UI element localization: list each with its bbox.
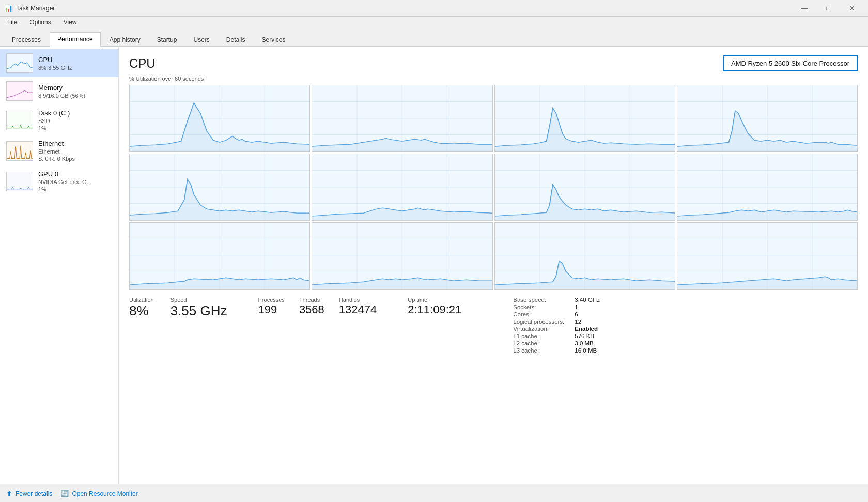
cpu-graph-8 (677, 154, 858, 221)
sidebar-item-gpu[interactable]: GPU 0 NVIDIA GeForce G... 1% (0, 166, 118, 196)
virt-label: Virtualization: (513, 326, 564, 332)
tab-services[interactable]: Services (254, 33, 293, 47)
l3-label: L3 cache: (513, 347, 564, 354)
app-title: Task Manager (16, 5, 55, 12)
utilization-label: % Utilization over 60 seconds (129, 75, 858, 82)
cpu-graph-6 (312, 154, 492, 221)
svg-rect-4 (7, 172, 33, 191)
close-button[interactable]: ✕ (840, 0, 864, 17)
disk-sidebar-name: Disk 0 (C:) (38, 109, 112, 117)
tab-bar: Processes Performance App history Startu… (0, 28, 868, 47)
sidebar-item-disk[interactable]: Disk 0 (C:) SSD 1% (0, 105, 118, 135)
disk-sidebar-sub1: SSD (38, 118, 112, 124)
menu-options[interactable]: Options (26, 18, 54, 27)
cpu-graph-10 (312, 222, 492, 290)
menu-view[interactable]: View (60, 18, 80, 27)
handles-stat-value: 132474 (339, 303, 377, 316)
threads-stat-label: Threads (299, 297, 324, 303)
tab-startup[interactable]: Startup (149, 33, 185, 47)
processor-badge: AMD Ryzen 5 2600 Six-Core Processor (723, 55, 858, 71)
cpu-sidebar-info: CPU 8% 3.55 GHz (38, 56, 112, 71)
disk-thumbnail (6, 111, 33, 130)
cores-label: Cores: (513, 311, 564, 317)
l1-label: L1 cache: (513, 333, 564, 339)
stats-section: Utilization 8% Speed 3.55 GHz Processes … (129, 297, 858, 354)
gpu-sidebar-sub2: 1% (38, 186, 112, 192)
gpu-thumbnail (6, 172, 33, 191)
sidebar-item-memory[interactable]: Memory 8.9/16.0 GB (56%) (0, 77, 118, 105)
ethernet-thumbnail (6, 141, 33, 161)
main-content: CPU 8% 3.55 GHz Memory 8.9/16.0 GB (56%) (0, 47, 868, 484)
stat-uptime: Up time 2:11:09:21 (408, 297, 461, 316)
handles-stat-label: Handles (339, 297, 377, 303)
tab-users[interactable]: Users (185, 33, 217, 47)
speed-stat-label: Speed (171, 297, 227, 303)
cpu-graph-1 (129, 85, 310, 152)
app-icon: 📊 (4, 4, 13, 12)
sidebar: CPU 8% 3.55 GHz Memory 8.9/16.0 GB (56%) (0, 47, 119, 484)
resource-monitor-icon: 🔄 (60, 490, 69, 497)
l1-value: 576 KB (575, 333, 600, 339)
cpu-graph-5 (129, 154, 310, 221)
bottombar: ⬆ Fewer details 🔄 Open Resource Monitor (0, 484, 868, 502)
threads-stat-value: 3568 (299, 303, 324, 316)
logical-label: Logical processors: (513, 318, 564, 325)
base-speed-label: Base speed: (513, 297, 564, 303)
stat-threads: Threads 3568 (299, 297, 324, 316)
sidebar-item-ethernet[interactable]: Ethernet Ethernet S: 0 R: 0 Kbps (0, 135, 118, 166)
fewer-details-button[interactable]: ⬆ Fewer details (6, 490, 52, 498)
fewer-details-label: Fewer details (16, 490, 52, 497)
tab-performance[interactable]: Performance (50, 32, 101, 47)
processes-stat-label: Processes (258, 297, 285, 303)
cpu-graph-2 (312, 85, 492, 152)
stats-left: Utilization 8% Speed 3.55 GHz (129, 297, 227, 319)
memory-sidebar-name: Memory (38, 84, 112, 92)
cpu-title: CPU (129, 56, 156, 71)
menu-file[interactable]: File (4, 18, 20, 27)
chevron-up-icon: ⬆ (6, 490, 12, 498)
gpu-sidebar-info: GPU 0 NVIDIA GeForce G... 1% (38, 170, 112, 192)
tab-processes[interactable]: Processes (4, 33, 49, 47)
ethernet-sidebar-sub2: S: 0 R: 0 Kbps (38, 156, 112, 162)
sockets-label: Sockets: (513, 304, 564, 310)
sidebar-item-cpu[interactable]: CPU 8% 3.55 GHz (0, 49, 118, 77)
cpu-graph-12 (677, 222, 858, 290)
minimize-button[interactable]: — (793, 0, 816, 17)
uptime-stat-label: Up time (408, 297, 461, 303)
cpu-graph-11 (494, 222, 675, 290)
disk-sidebar-sub2: 1% (38, 125, 112, 131)
speed-stat-value: 3.55 GHz (171, 303, 227, 319)
open-resource-monitor-label: Open Resource Monitor (72, 490, 137, 497)
svg-rect-1 (7, 82, 33, 101)
memory-sidebar-info: Memory 8.9/16.0 GB (56%) (38, 84, 112, 99)
stat-utilization: Utilization 8% (129, 297, 154, 319)
ethernet-sidebar-info: Ethernet Ethernet S: 0 R: 0 Kbps (38, 140, 112, 162)
l2-value: 3.0 MB (575, 340, 600, 346)
processes-stat-value: 199 (258, 303, 285, 316)
cpu-thumbnail (6, 53, 33, 73)
cpu-graph-4 (677, 85, 858, 152)
titlebar-controls: — □ ✕ (793, 0, 864, 17)
cpu-graphs-grid (129, 85, 858, 290)
maximize-button[interactable]: □ (816, 0, 840, 17)
uptime-stat-value: 2:11:09:21 (408, 303, 461, 316)
titlebar-left: 📊 Task Manager (4, 4, 55, 12)
stat-processes: Processes 199 (258, 297, 285, 316)
memory-sidebar-sub: 8.9/16.0 GB (56%) (38, 93, 112, 99)
ethernet-sidebar-sub1: Ethernet (38, 148, 112, 155)
stat-speed: Speed 3.55 GHz (171, 297, 227, 319)
cpu-content: CPU AMD Ryzen 5 2600 Six-Core Processor … (119, 47, 868, 484)
menubar: File Options View (0, 17, 868, 28)
gpu-sidebar-name: GPU 0 (38, 170, 112, 178)
l3-value: 16.0 MB (575, 347, 600, 354)
open-resource-monitor-button[interactable]: 🔄 Open Resource Monitor (60, 490, 137, 497)
stat-handles: Handles 132474 (339, 297, 377, 316)
cores-value: 6 (575, 311, 600, 317)
disk-sidebar-info: Disk 0 (C:) SSD 1% (38, 109, 112, 131)
cpu-info-grid: Base speed: 3.40 GHz Sockets: 1 Cores: 6… (513, 297, 600, 354)
base-speed-value: 3.40 GHz (575, 297, 600, 303)
stats-middle: Processes 199 Threads 3568 Handles 13247… (258, 297, 377, 316)
tab-details[interactable]: Details (219, 33, 253, 47)
cpu-sidebar-name: CPU (38, 56, 112, 64)
tab-app-history[interactable]: App history (102, 33, 148, 47)
